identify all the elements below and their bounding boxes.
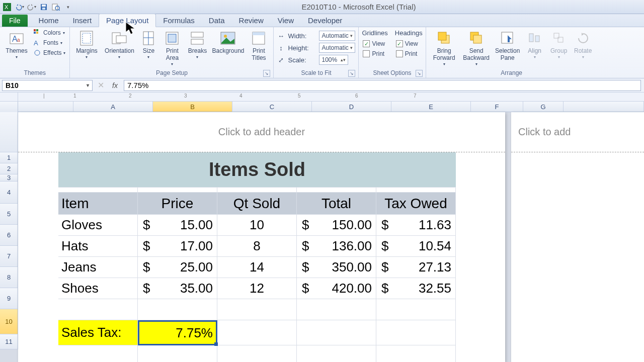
svg-text:X: X: [5, 4, 9, 10]
rowhead-6[interactable]: 6: [0, 225, 18, 246]
scale-launcher[interactable]: ↘: [348, 70, 355, 77]
page-setup-launcher[interactable]: ↘: [263, 70, 270, 77]
print-titles-button[interactable]: Print Titles: [247, 28, 270, 63]
height-input[interactable]: Automatic▾: [319, 43, 355, 53]
rowhead-1[interactable]: 1: [0, 152, 18, 163]
rowhead-8[interactable]: 8: [0, 267, 18, 288]
header-area[interactable]: Click to add header: [18, 112, 505, 152]
bring-forward-button[interactable]: Bring Forward▾: [429, 28, 459, 68]
headings-print-check[interactable]: Print: [395, 50, 423, 58]
cell-item[interactable]: Gloves: [58, 215, 138, 236]
tab-developer[interactable]: Developer: [301, 14, 349, 27]
breaks-button[interactable]: Breaks▾: [186, 28, 209, 61]
tab-page-layout[interactable]: Page Layout: [99, 14, 156, 27]
margins-button[interactable]: Margins▾: [73, 28, 100, 61]
colhead-F[interactable]: F: [471, 102, 523, 112]
cell-price[interactable]: $25.00: [138, 257, 217, 278]
gridlines-view-check[interactable]: ✓View: [362, 40, 387, 48]
colhead-A[interactable]: A: [73, 102, 153, 112]
cell-qt[interactable]: 10: [217, 215, 297, 236]
rowhead-2[interactable]: 2: [0, 163, 18, 174]
colhead-E[interactable]: E: [391, 102, 471, 112]
name-box[interactable]: B10▾: [2, 80, 93, 91]
tab-data[interactable]: Data: [202, 14, 232, 27]
cell-qt[interactable]: 8: [217, 236, 297, 257]
cell-tax[interactable]: $10.54: [376, 236, 456, 257]
size-button[interactable]: Size▾: [138, 28, 158, 61]
cell-tax[interactable]: $32.55: [376, 278, 456, 299]
cell-price[interactable]: $15.00: [138, 215, 217, 236]
fonts-button[interactable]: AFonts ▾: [32, 38, 66, 47]
save-button[interactable]: [38, 2, 49, 13]
svg-rect-27: [191, 39, 203, 44]
rowhead-9[interactable]: 9: [0, 288, 18, 309]
header-area-2[interactable]: Click to add: [511, 112, 644, 152]
worksheet-grid[interactable]: Items Sold Item Price Qt Sold Total Tax …: [58, 152, 456, 362]
sales-tax-value[interactable]: 7.75%: [138, 320, 217, 345]
cell-total[interactable]: $136.00: [297, 236, 376, 257]
ribbon-tabs: File Home Insert Page Layout Formulas Da…: [0, 14, 644, 27]
sales-tax-label[interactable]: Sales Tax:: [58, 320, 138, 345]
cell-item[interactable]: Jeans: [58, 257, 138, 278]
hdr-qt[interactable]: Qt Sold: [217, 193, 297, 215]
cell-qt[interactable]: 14: [217, 257, 297, 278]
rowhead-11[interactable]: 11: [0, 334, 18, 349]
redo-button[interactable]: ▾: [26, 2, 37, 13]
rowhead-7[interactable]: 7: [0, 246, 18, 267]
group-label-themes: Themes: [3, 68, 66, 78]
fonts-icon: A: [33, 39, 41, 47]
tab-formulas[interactable]: Formulas: [156, 14, 202, 27]
rowhead-10[interactable]: 10: [0, 309, 18, 334]
sheet-options-launcher[interactable]: ↘: [416, 70, 423, 77]
width-input[interactable]: Automatic▾: [319, 31, 355, 41]
gridlines-print-check[interactable]: Print: [362, 50, 387, 58]
themes-button[interactable]: Aa Themes▾: [3, 28, 30, 61]
scale-input[interactable]: 100%▴▾: [319, 55, 348, 65]
undo-button[interactable]: ▾: [14, 2, 25, 13]
send-backward-button[interactable]: Send Backward▾: [461, 28, 492, 68]
print-area-button[interactable]: Print Area▾: [160, 28, 184, 68]
cell-price[interactable]: $17.00: [138, 236, 217, 257]
colhead-B[interactable]: B: [153, 102, 232, 112]
gridlines-header: Gridlines: [362, 29, 387, 38]
title-cell[interactable]: Items Sold: [58, 152, 456, 188]
cell-price[interactable]: $35.00: [138, 278, 217, 299]
cell-tax[interactable]: $27.13: [376, 257, 456, 278]
cell-item[interactable]: Hats: [58, 236, 138, 257]
file-tab[interactable]: File: [2, 15, 28, 27]
hdr-tax[interactable]: Tax Owed: [376, 193, 456, 215]
align-button[interactable]: Align▾: [524, 28, 546, 61]
cell-total[interactable]: $150.00: [297, 215, 376, 236]
colhead-G[interactable]: G: [523, 102, 564, 112]
selection-pane-button[interactable]: Selection Pane: [494, 28, 522, 63]
tab-view[interactable]: View: [271, 14, 301, 27]
orientation-button[interactable]: Orientation▾: [102, 28, 136, 61]
select-all-corner[interactable]: [0, 102, 18, 112]
headings-view-check[interactable]: ✓View: [395, 40, 423, 48]
background-button[interactable]: Background: [211, 28, 245, 56]
colors-button[interactable]: Colors ▾: [32, 28, 66, 37]
fx-icon[interactable]: fx: [109, 81, 121, 89]
tab-insert[interactable]: Insert: [66, 14, 99, 27]
cell-item[interactable]: Shoes: [58, 278, 138, 299]
cancel-icon[interactable]: ✕: [96, 80, 106, 90]
colhead-C[interactable]: C: [232, 102, 312, 112]
rowhead-4[interactable]: 4: [0, 182, 18, 204]
tab-review[interactable]: Review: [232, 14, 271, 27]
cell-qt[interactable]: 12: [217, 278, 297, 299]
effects-button[interactable]: Effects ▾: [32, 48, 66, 57]
rowhead-3[interactable]: 3: [0, 174, 18, 182]
tab-home[interactable]: Home: [32, 14, 66, 27]
cell-total[interactable]: $350.00: [297, 257, 376, 278]
colhead-D[interactable]: D: [312, 102, 391, 112]
hdr-price[interactable]: Price: [138, 193, 217, 215]
qat-customize[interactable]: ▾: [62, 2, 73, 13]
formula-input[interactable]: 7.75%: [124, 80, 641, 91]
rowhead-5[interactable]: 5: [0, 204, 18, 225]
cell-tax[interactable]: $11.63: [376, 215, 456, 236]
cell-total[interactable]: $420.00: [297, 278, 376, 299]
hdr-item[interactable]: Item: [58, 193, 138, 215]
height-icon: ↕: [277, 44, 285, 52]
print-preview-button[interactable]: [50, 2, 61, 13]
hdr-total[interactable]: Total: [297, 193, 376, 215]
